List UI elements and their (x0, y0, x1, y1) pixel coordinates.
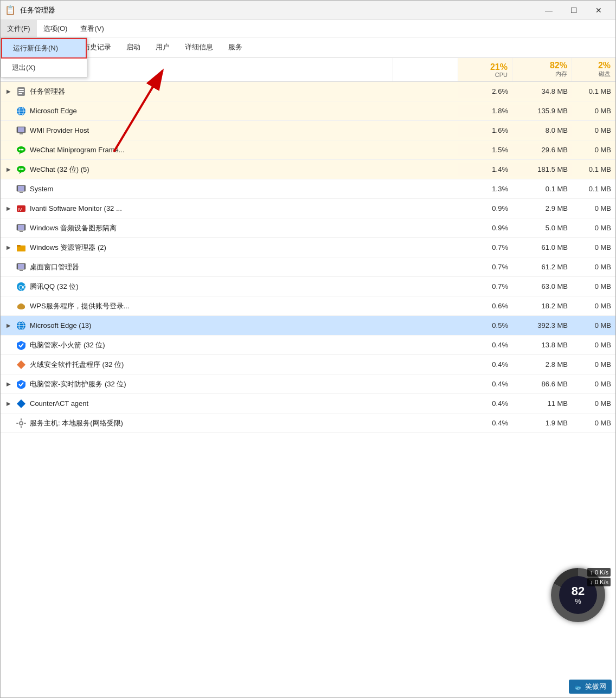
menu-exit[interactable]: 退出(X) (1, 59, 87, 77)
process-memory: 34.8 MB (512, 85, 572, 98)
process-name-cell: System (1, 182, 393, 197)
process-name-cell: Microsoft Edge (1, 104, 393, 119)
process-memory: 2.9 MB (512, 202, 572, 215)
process-name: 任务管理器 (30, 87, 65, 96)
maximize-button[interactable]: ☐ (561, 1, 586, 20)
process-cpu: 0.4% (458, 378, 512, 390)
process-status (393, 343, 458, 347)
process-status (393, 245, 458, 250)
process-icon (16, 398, 27, 409)
process-icon (16, 86, 27, 97)
process-memory: 181.5 MB (512, 163, 572, 176)
process-memory: 61.0 MB (512, 241, 572, 254)
expand-icon[interactable]: ▶ (5, 166, 12, 173)
table-row[interactable]: ▶ Windows 资源管理器 (2) 0.7% 61.0 MB 0 MB (1, 238, 615, 257)
col-status[interactable] (393, 58, 458, 81)
process-memory: 61.2 MB (512, 261, 572, 273)
process-icon (16, 418, 27, 429)
process-cpu: 0.4% (458, 339, 512, 351)
table-row[interactable]: QQ 腾讯QQ (32 位) 0.7% 63.0 MB 0 MB (1, 277, 615, 296)
svg-rect-2 (18, 91, 24, 92)
process-list[interactable]: ▶ 任务管理器 2.6% 34.8 MB 0.1 MB Microsoft Ed… (1, 82, 615, 697)
table-row[interactable]: Windows 音频设备图形隔离 0.9% 5.0 MB 0 MB (1, 218, 615, 238)
process-status (393, 89, 458, 94)
expand-icon[interactable]: ▶ (5, 400, 12, 408)
table-row[interactable]: WeChat Miniprogram Frame... 1.5% 29.6 MB… (1, 140, 615, 160)
svg-point-20 (19, 168, 21, 170)
tab-startup[interactable]: 启动 (119, 37, 148, 57)
svg-rect-12 (18, 127, 24, 132)
table-row[interactable]: ▶ IV Ivanti Software Monitor (32 ... 0.9… (1, 199, 615, 218)
process-name: Windows 资源管理器 (2) (30, 243, 106, 253)
menu-file[interactable]: 文件(F) 运行新任务(N) 退出(X) (1, 20, 37, 37)
process-name-cell: ▶ Microsoft Edge (13) (1, 318, 393, 333)
process-cpu: 1.4% (458, 163, 512, 176)
tab-details[interactable]: 详细信息 (177, 37, 221, 57)
tab-services[interactable]: 服务 (221, 37, 250, 57)
window-icon: 📋 (5, 5, 16, 16)
table-row[interactable]: ▶ 电脑管家-实时防护服务 (32 位) 0.4% 86.6 MB 0 MB (1, 374, 615, 394)
table-row[interactable]: 服务主机: 本地服务(网络受限) 0.4% 1.9 MB 0 MB (1, 413, 615, 433)
process-status (393, 304, 458, 308)
minimize-button[interactable]: — (536, 1, 561, 20)
expand-icon[interactable]: ▶ (5, 205, 12, 212)
process-name: CounterACT agent (30, 399, 88, 408)
expand-icon[interactable]: ▶ (5, 380, 12, 388)
process-disk: 0 MB (572, 378, 615, 390)
process-icon (16, 320, 27, 331)
process-status (393, 402, 458, 406)
col-cpu[interactable]: 21% CPU (458, 58, 512, 81)
menu-view[interactable]: 查看(V) (74, 20, 110, 37)
process-status (393, 382, 458, 386)
process-name: 电脑管家-实时防护服务 (32 位) (30, 379, 126, 389)
process-icon (16, 301, 27, 312)
process-memory: 13.8 MB (512, 339, 572, 351)
table-row[interactable]: WPS服务程序，提供账号登录... 0.6% 18.2 MB 0 MB (1, 296, 615, 316)
process-icon (16, 340, 27, 351)
table-row[interactable]: WMI Provider Host 1.6% 8.0 MB 0 MB (1, 121, 615, 140)
expand-icon[interactable]: ▶ (5, 244, 12, 251)
process-cpu: 0.7% (458, 241, 512, 254)
process-name-cell: 电脑管家-小火箭 (32 位) (1, 338, 393, 353)
process-icon (16, 223, 27, 234)
table-row[interactable]: System 1.3% 0.1 MB 0.1 MB (1, 179, 615, 199)
svg-marker-51 (17, 399, 25, 408)
table-row[interactable]: ▶ Microsoft Edge (13) 0.5% 392.3 MB 0 MB (1, 316, 615, 335)
table-row[interactable]: 桌面窗口管理器 0.7% 61.2 MB 0 MB (1, 257, 615, 277)
process-name: 腾讯QQ (32 位) (30, 282, 79, 292)
col-memory[interactable]: 82% 内存 (512, 58, 572, 81)
process-name: WeChat Miniprogram Frame... (30, 146, 125, 154)
tab-users[interactable]: 用户 (148, 37, 177, 57)
process-status (393, 324, 458, 328)
table-row[interactable]: 电脑管家-小火箭 (32 位) 0.4% 13.8 MB 0 MB (1, 335, 615, 355)
close-button[interactable]: ✕ (586, 1, 611, 20)
process-disk: 0 MB (572, 202, 615, 215)
process-status (393, 109, 458, 113)
process-name: 桌面窗口管理器 (30, 262, 79, 272)
table-row[interactable]: ▶ 任务管理器 2.6% 34.8 MB 0.1 MB (1, 82, 615, 101)
col-disk[interactable]: 2% 磁盘 (572, 58, 615, 81)
expand-icon[interactable]: ▶ (5, 88, 12, 95)
process-cpu: 0.6% (458, 300, 512, 312)
table-row[interactable]: Microsoft Edge 1.8% 135.9 MB 0 MB (1, 101, 615, 121)
menu-options[interactable]: 选项(O) (37, 20, 74, 37)
gauge-download: ↓ 0 K/s (587, 578, 611, 586)
process-disk: 0 MB (572, 241, 615, 254)
process-disk: 0 MB (572, 222, 615, 234)
file-dropdown: 运行新任务(N) 退出(X) (1, 37, 87, 77)
svg-rect-34 (17, 245, 21, 247)
expand-icon[interactable]: ▶ (5, 322, 12, 329)
table-row[interactable]: ▶ WeChat (32 位) (5) 1.4% 181.5 MB 0.1 MB (1, 160, 615, 179)
column-headers: 名称 21% CPU 82% 内存 2% 磁盘 (1, 58, 615, 82)
svg-rect-32 (18, 225, 24, 230)
process-status (393, 167, 458, 172)
table-row[interactable]: 火绒安全软件托盘程序 (32 位) 0.4% 2.8 MB 0 MB (1, 355, 615, 374)
process-cpu: 2.6% (458, 85, 512, 98)
menu-run-new-task[interactable]: 运行新任务(N) (1, 38, 87, 59)
process-icon (16, 106, 27, 117)
table-row[interactable]: ▶ CounterACT agent 0.4% 11 MB 0 MB (1, 394, 615, 413)
svg-point-44 (18, 303, 24, 308)
process-cpu: 1.8% (458, 105, 512, 117)
process-name: WPS服务程序，提供账号登录... (30, 301, 129, 311)
svg-rect-57 (24, 423, 26, 424)
